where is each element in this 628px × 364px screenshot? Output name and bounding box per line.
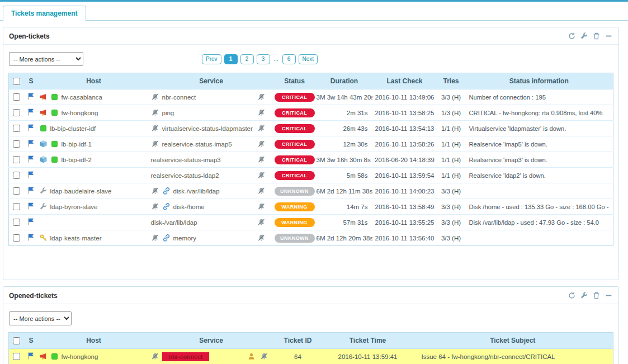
mute-icon [151,202,159,211]
host-name[interactable]: lb-bip-idf-2 [62,157,92,163]
col-status: Status [273,73,317,89]
last-check-cell: 2016-06-20 14:18:39 [372,152,437,168]
host-name[interactable]: lb-bip-idf-1 [62,141,92,148]
duration-cell: 5m 58s [317,168,372,183]
open-ticket-row: ldap-keats-mastermemoryUNKNOWN6M 2d 12h … [9,230,613,246]
row-select-checkbox[interactable] [13,140,20,148]
pagination-6[interactable]: 6 [282,54,296,64]
row-select-checkbox[interactable] [13,219,20,226]
service-name[interactable]: nbr-connect [162,94,196,101]
status-information-cell: Realservice 'imap5' is down. [465,136,613,152]
mute-icon [257,234,266,242]
service-name[interactable]: ping [162,110,174,116]
service-trailing-icons [247,352,273,361]
cube-icon [39,140,48,148]
row-select-checkbox[interactable] [13,234,20,242]
ticket-subject-cell: Issue 64 - fw-hongkong/nbr-connect/CRITI… [413,349,613,364]
host-name[interactable]: ldap-byron-slave [50,204,98,210]
refresh-icon[interactable] [568,32,576,40]
opened-tickets-header-row: S Host Service Ticket ID Ticket Time Tic… [9,333,613,349]
service-name[interactable]: realservice-status-imap5 [162,141,232,148]
status-ok-icon [50,352,59,361]
duration-cell: 3M 3w 14h 43m 20s [317,89,372,105]
service-trailing-icons [257,171,273,179]
more-actions-select[interactable]: -- More actions -- [9,311,72,325]
collapse-icon[interactable] [605,291,613,300]
service-trailing-icons [257,108,273,117]
select-all-checkbox[interactable] [13,78,20,85]
opened-tickets-body: fw-hongkongnbr-connect642016-10-11 13:59… [9,349,613,364]
row-select-checkbox[interactable] [13,109,20,116]
pagination-prev[interactable]: Prev [202,54,221,64]
pagination-2[interactable]: 2 [240,54,254,64]
select-all-checkbox[interactable] [13,337,20,344]
open-tickets-panel: Open-tickets -- More actions -- Prev123.… [3,27,619,280]
duration-cell: 57m 31s [317,215,372,230]
row-select-checkbox[interactable] [13,353,20,360]
host-name[interactable]: fw-casablanca [62,94,103,101]
flag-icon [27,155,35,163]
col-ticket-id: Ticket ID [273,333,323,349]
host-name[interactable]: ldap-baudelaire-slave [50,188,112,195]
wrench-icon[interactable] [580,32,588,40]
host-name[interactable]: fw-hongkong [62,353,98,360]
collapse-icon[interactable] [605,32,613,40]
col-tries: Tries [437,73,465,89]
person-icon [247,352,256,361]
row-select-checkbox[interactable] [13,203,20,210]
mute-icon [151,352,159,361]
tab-tickets-management[interactable]: Tickets management [3,6,86,22]
row-select-checkbox[interactable] [13,156,20,163]
opened-tickets-table: S Host Service Ticket ID Ticket Time Tic… [8,332,613,364]
row-select-checkbox[interactable] [13,125,20,132]
service-name[interactable]: memory [173,235,197,242]
open-ticket-row: fw-casablancanbr-connectCRITICAL3M 3w 14… [9,89,613,105]
service-name[interactable]: virtualservice-status-ldapmaster [162,125,253,132]
service-name[interactable]: realservice-status-imap3 [151,157,221,163]
flag-icon [27,202,35,210]
host-name[interactable]: fw-hongkong [62,110,98,116]
status-ok-icon [50,155,59,164]
duration-cell: 6M 2d 12h 20m 38s [317,230,372,246]
open-tickets-header-row: S Host Service Status Duration Last Chec… [9,73,613,89]
service-name[interactable]: nbr-connect [162,352,210,361]
trash-icon[interactable] [592,291,601,300]
last-check-cell: 2016-10-11 13:49:06 [372,89,437,105]
row-select-checkbox[interactable] [13,187,20,195]
pagination-next[interactable]: Next [299,54,318,64]
last-check-cell: 2016-10-11 13:55:25 [372,215,437,230]
duration-cell: 26m 43s [317,121,372,136]
service-name[interactable]: disk-/var/lib/ldap [173,188,220,195]
open-ticket-row: ldap-byron-slavedisk-/homeWARNING14m 7s2… [9,199,613,215]
trash-icon[interactable] [592,32,601,40]
open-ticket-row: fw-hongkongpingCRITICAL2m 31s2016-10-11 … [9,105,613,121]
mute-icon [151,124,159,133]
wrench-icon[interactable] [580,291,588,300]
service-name[interactable]: disk-/var/lib/ldap [151,219,197,226]
flag-icon [27,171,35,179]
pagination-1[interactable]: 1 [224,54,238,64]
row-select-checkbox[interactable] [13,93,20,101]
status-badge: CRITICAL [275,171,315,180]
service-name[interactable]: realservice-status-ldap2 [151,172,219,179]
flag-icon [27,186,35,195]
open-tickets-table: S Host Service Status Duration Last Chec… [8,73,613,246]
duration-cell: 12m 30s [317,136,372,152]
link-icon [162,187,171,195]
col-duration: Duration [317,73,372,89]
row-select-checkbox[interactable] [13,172,20,179]
tries-cell: 3/3 (H) [437,215,465,230]
refresh-icon[interactable] [568,291,576,300]
status-information-cell: Disk /var/lib/ldap - used : 47.93 Go - s… [465,215,613,230]
status-information-cell: Realservice 'imap3' is down. [465,152,613,168]
link-icon [162,202,171,211]
service-trailing-icons [257,202,273,211]
pagination-3[interactable]: 3 [257,54,270,64]
flag-icon [27,352,35,360]
host-name[interactable]: ldap-keats-master [50,235,102,242]
host-name[interactable]: lb-bip-cluster-idf [50,125,96,132]
tries-cell: 1/1 (H) [437,136,465,152]
tries-cell: 1/3 (H) [437,105,465,121]
more-actions-select[interactable]: -- More actions -- [9,52,83,66]
service-name[interactable]: disk-/home [173,204,205,210]
